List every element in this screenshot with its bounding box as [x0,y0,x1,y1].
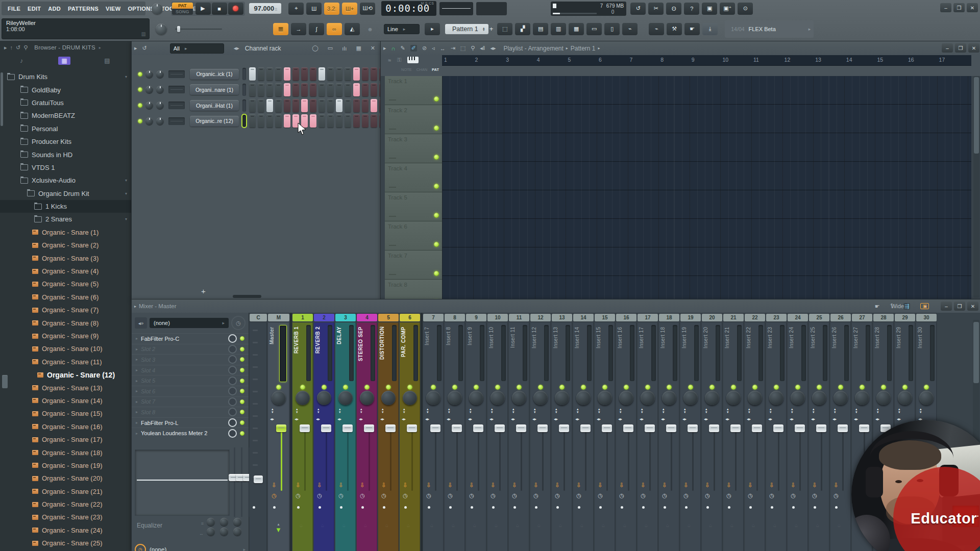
fx-route-icon[interactable]: ⇩ [768,482,775,489]
tree-item-organic-snare-12-[interactable]: Organic - Snare (12) [0,368,131,381]
fx-route-icon[interactable]: ⇩ [447,482,454,489]
step-3[interactable] [266,67,273,81]
mixer-track-body[interactable]: Insert 23▴▾◂▸⇩◷⌂ [766,322,787,551]
track-pan-knob[interactable] [598,391,612,405]
stereo-sep-arrows[interactable]: ▴▾ [317,408,320,414]
pan-arrows[interactable]: ◂▸ [597,417,601,421]
close-button[interactable]: ✕ [968,43,979,53]
mixer-title[interactable]: Mixer - Master [139,303,176,309]
fader-handle[interactable] [364,424,374,432]
step-11-active[interactable] [336,99,342,112]
step-13[interactable] [353,114,360,128]
fader-handle[interactable] [666,424,676,432]
mixer-track-body[interactable]: Insert 26▴▾◂▸⇩◷⌂ [830,322,851,551]
latency-clock-icon[interactable]: ◷ [359,492,366,499]
mixer-track-number[interactable]: 18 [659,314,679,321]
mixer-track-body[interactable]: PAR. COMP▴▾◂▸⇩◷⌂ [400,322,420,551]
track-mute-led[interactable] [364,385,370,390]
tree-item-organic-snare-10-[interactable]: Organic - Snare (10) [0,342,131,355]
song-mode-button[interactable]: SONG [172,9,193,15]
volume-fader[interactable] [516,424,526,491]
fx-slot-2[interactable]: ▸Slot 2 [132,344,249,355]
mixer-track-body[interactable]: DISTORTION▴▾◂▸⇩◷⌂ [378,322,399,551]
mixer-track-number[interactable]: 11 [509,314,529,321]
fx-route-icon[interactable]: ⇩ [640,482,647,489]
expand-arrow-icon[interactable]: ▾ [125,74,127,79]
channel-mute-led[interactable] [138,72,142,77]
fx-route-icon[interactable]: ⇩ [468,482,475,489]
tree-item-organic-drum-kit[interactable]: Organic Drum Kit▾ [0,187,131,200]
pan-arrows[interactable]: ◂▸ [897,417,901,421]
stereo-sep-arrows[interactable]: ▴▾ [705,408,707,414]
mixer-track-body[interactable]: Insert 21▴▾◂▸⇩◷⌂ [723,322,744,551]
fader-handle[interactable] [859,424,869,432]
track-mute-led[interactable] [817,385,822,390]
mixer-track-number[interactable]: 15 [595,314,615,321]
slot-enable-led[interactable] [240,347,244,352]
record-arm-dot[interactable] [471,506,473,509]
fader-handle[interactable] [752,424,762,432]
slot-arrow-icon[interactable]: ▸ [136,410,138,414]
track-pan-knob[interactable] [898,391,912,405]
stereo-sep-arrows[interactable]: ▴▾ [641,408,643,414]
track-mute-led[interactable] [924,385,929,390]
channel-pan-knob[interactable] [145,86,153,93]
stereo-sep-arrows[interactable]: ▴▾ [877,408,879,414]
countdown-icon[interactable]: 3.2ː [324,3,339,15]
track-mute-led[interactable] [474,385,479,390]
step-8[interactable] [310,67,316,81]
panel-resize-grip[interactable] [2,375,8,388]
mixer-track-number[interactable]: 27 [852,314,872,321]
mixer-track-body[interactable]: REVERB 1▴▾◂▸⇩◷⌂ [292,322,313,551]
track-mute-led[interactable] [624,385,629,390]
track-pan-knob[interactable] [876,391,891,405]
tree-item-2-snares[interactable]: 2 Snares▾ [0,213,131,226]
record-arm-dot[interactable] [340,506,342,509]
picker-panel-icon[interactable]: ⬚ [497,23,512,35]
latency-clock-icon[interactable]: ◷ [511,492,518,499]
fx-route-icon[interactable]: ⇩ [661,482,668,489]
fader-handle[interactable] [452,424,462,432]
record-arm-dot[interactable] [728,506,730,509]
stop-button[interactable]: ■ [212,3,227,15]
slot-enable-led[interactable] [240,431,244,436]
record-arm-dot[interactable] [297,506,300,509]
track-pan-knob[interactable] [512,391,526,405]
add-pattern-button[interactable]: + [489,25,494,33]
tree-item-organic-snare-18-[interactable]: Organic - Snare (18) [0,446,131,459]
slot-arrow-icon[interactable]: ▸ [136,379,138,383]
mixer-track-master[interactable]: MMaster▴▾◂▸⇩◷▴▼ [267,313,290,551]
record-arm-dot[interactable] [621,506,623,509]
step-12[interactable] [345,114,351,128]
volume-fader[interactable] [645,424,655,491]
search-icon[interactable]: ⚲ [23,44,28,51]
latency-clock-icon[interactable]: ◷ [747,492,754,499]
mixer-track-number[interactable]: 14 [573,314,594,321]
playlist-track-3[interactable]: Track 3 [385,134,442,163]
fx-slot-10[interactable]: ▸Youlean Loudness Meter 2 [132,428,249,438]
stereo-sep-arrows[interactable]: ▴▾ [663,408,665,414]
channel-filter-selector[interactable]: All ▸ [170,43,224,54]
record-arm-dot[interactable] [513,506,516,509]
step-1-active[interactable] [249,67,256,81]
stereo-sep-arrows[interactable]: ▴▾ [470,408,472,414]
link-icon[interactable]: ∞ [327,23,342,35]
latency-clock-icon[interactable]: ◷ [618,492,625,499]
stereo-sep-arrows[interactable]: ▴▾ [748,408,750,414]
track-pan-knob[interactable] [641,391,655,405]
mixer-track-body[interactable]: Insert 7▴▾◂▸⇩◷⌂ [423,322,444,551]
fx-route-icon[interactable]: ⇩ [747,482,754,489]
track-pan-knob[interactable] [683,391,698,405]
mixer-track-reverb-1[interactable]: 1REVERB 1▴▾◂▸⇩◷⌂ [292,313,313,551]
track-mute-led[interactable] [343,385,348,390]
track-pan-knob[interactable] [662,391,676,405]
latency-clock-icon[interactable]: ◷ [640,492,647,499]
track-mute-led[interactable] [407,385,412,390]
eq-knob[interactable] [207,528,215,536]
slot-enable-led[interactable] [240,368,244,372]
channel-mute-led[interactable] [138,87,142,92]
step-6[interactable] [292,67,299,81]
pan-arrows[interactable]: ◂▸ [447,417,451,421]
latency-clock-icon[interactable]: ◷ [790,492,797,499]
fader-handle[interactable] [559,424,569,432]
